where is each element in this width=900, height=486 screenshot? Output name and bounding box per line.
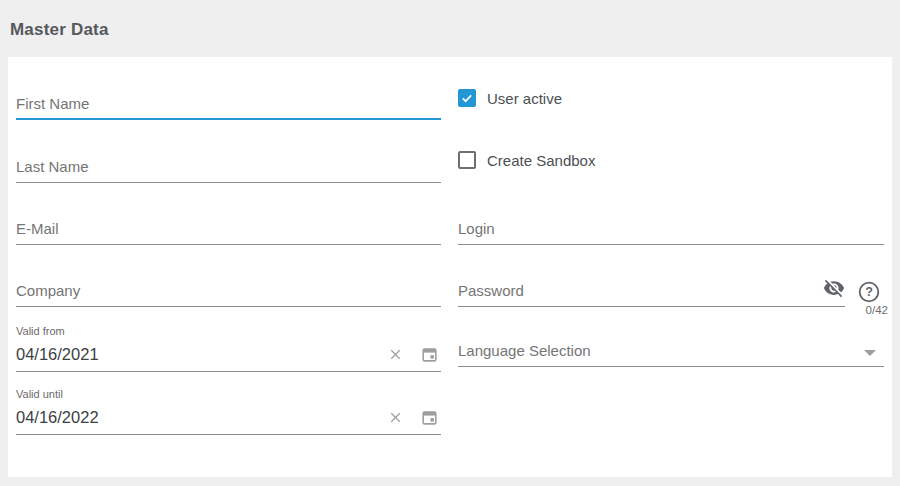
login-field[interactable] bbox=[458, 220, 884, 245]
chevron-down-icon bbox=[864, 350, 876, 356]
first-name-input[interactable] bbox=[16, 95, 441, 113]
company-input[interactable] bbox=[16, 282, 441, 300]
question-mark-glyph: ? bbox=[857, 280, 881, 304]
login-input[interactable] bbox=[458, 220, 884, 238]
master-data-form-card: Valid from Valid until bbox=[8, 57, 892, 477]
page-title: Master Data bbox=[10, 20, 109, 40]
email-field[interactable] bbox=[16, 220, 441, 245]
create-sandbox-label: Create Sandbox bbox=[487, 152, 595, 169]
language-selection-field[interactable] bbox=[458, 342, 884, 367]
calendar-glyph bbox=[420, 345, 439, 364]
password-counter: 0/42 bbox=[458, 304, 888, 316]
language-selection-input[interactable] bbox=[458, 342, 884, 360]
user-active-label: User active bbox=[487, 90, 562, 107]
clear-date-icon[interactable] bbox=[387, 409, 404, 426]
svg-text:?: ? bbox=[865, 285, 873, 299]
eye-off-glyph bbox=[823, 277, 845, 299]
valid-from-input[interactable] bbox=[16, 345, 387, 364]
calendar-icon[interactable] bbox=[420, 408, 439, 427]
check-icon bbox=[460, 91, 474, 105]
valid-until-label: Valid until bbox=[16, 388, 441, 401]
x-icon bbox=[387, 346, 404, 363]
valid-until-field: Valid until bbox=[16, 388, 441, 435]
last-name-field[interactable] bbox=[16, 158, 441, 183]
x-icon bbox=[387, 409, 404, 426]
company-field[interactable] bbox=[16, 282, 441, 307]
valid-from-field: Valid from bbox=[16, 325, 441, 372]
user-active-checkbox[interactable]: User active bbox=[458, 89, 562, 107]
create-sandbox-checkbox[interactable]: Create Sandbox bbox=[458, 151, 595, 169]
calendar-icon[interactable] bbox=[420, 345, 439, 364]
last-name-input[interactable] bbox=[16, 158, 441, 176]
email-input[interactable] bbox=[16, 220, 441, 238]
first-name-field[interactable] bbox=[16, 95, 441, 120]
visibility-off-icon[interactable] bbox=[823, 277, 845, 303]
clear-date-icon[interactable] bbox=[387, 346, 404, 363]
valid-until-input[interactable] bbox=[16, 408, 387, 427]
checkbox-box[interactable] bbox=[458, 89, 476, 107]
valid-from-label: Valid from bbox=[16, 325, 441, 338]
calendar-glyph bbox=[420, 408, 439, 427]
checkbox-box[interactable] bbox=[458, 151, 476, 169]
password-input[interactable] bbox=[458, 282, 817, 300]
